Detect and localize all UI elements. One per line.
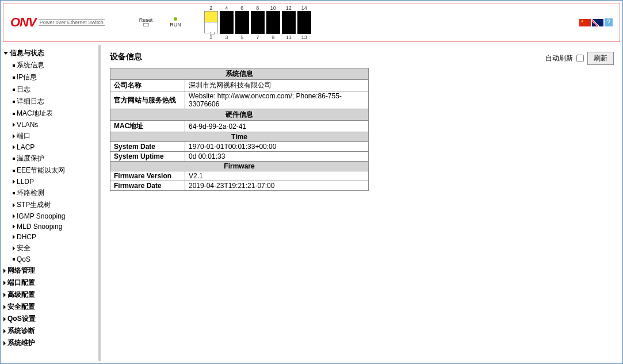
section-time: Time bbox=[110, 132, 369, 142]
sidebar-item-stp[interactable]: STP生成树 bbox=[0, 199, 98, 211]
port-13[interactable] bbox=[297, 22, 311, 34]
device-info-table: 系统信息 公司名称深圳市光网视科技有限公司 官方网站与服务热线Website: … bbox=[110, 68, 369, 191]
sidebar-item-security[interactable]: 安全 bbox=[0, 242, 98, 254]
auto-refresh-label: 自动刷新 bbox=[545, 53, 573, 63]
port-2[interactable] bbox=[204, 11, 218, 22]
sysdate-value: 1970-01-01T00:01:33+00:00 bbox=[185, 142, 369, 152]
sidebar-item-temp[interactable]: 温度保护 bbox=[0, 152, 98, 164]
sidebar-item-igmp[interactable]: IGMP Snooping bbox=[0, 211, 98, 221]
mac-label: MAC地址 bbox=[110, 121, 185, 132]
sidebar-group-portcfg[interactable]: 端口配置 bbox=[0, 277, 98, 289]
sidebar-group-seccfg[interactable]: 安全配置 bbox=[0, 301, 98, 313]
fwdate-value: 2019-04-23T19:21:21-07:00 bbox=[185, 181, 369, 191]
port-diagram: 2 1 4 3 6 5 8 7 10 9 bbox=[204, 5, 311, 40]
sidebar-item-detaillog[interactable]: 详细日志 bbox=[0, 95, 98, 108]
port-11[interactable] bbox=[282, 22, 296, 34]
uptime-value: 0d 00:01:33 bbox=[185, 152, 369, 162]
company-label: 公司名称 bbox=[110, 80, 185, 91]
sidebar-item-qos[interactable]: QoS bbox=[0, 254, 98, 265]
port-7[interactable] bbox=[251, 22, 265, 34]
sidebar-group-diag[interactable]: 系统诊断 bbox=[0, 325, 98, 337]
port-12[interactable] bbox=[282, 11, 296, 22]
mac-value: 64-9d-99-2a-02-41 bbox=[185, 121, 369, 132]
sidebar-item-mactable[interactable]: MAC地址表 bbox=[0, 108, 98, 120]
sidebar-group-advanced[interactable]: 高级配置 bbox=[0, 289, 98, 301]
sidebar-item-lldp[interactable]: LLDP bbox=[0, 177, 98, 187]
sidebar-group-qoscfg[interactable]: QoS设置 bbox=[0, 313, 98, 325]
sidebar-item-sysinfo[interactable]: 系统信息 bbox=[0, 59, 98, 71]
sidebar: 信息与状态 系统信息 IP信息 日志 详细日志 MAC地址表 VLANs 端口 … bbox=[0, 45, 101, 361]
company-value: 深圳市光网视科技有限公司 bbox=[185, 80, 369, 91]
sidebar-item-mld[interactable]: MLD Snooping bbox=[0, 221, 98, 232]
help-icon[interactable]: ? bbox=[605, 18, 613, 26]
port-3[interactable] bbox=[220, 22, 234, 34]
logo: ONV Power over Ethernet Switch bbox=[10, 15, 105, 30]
port-4[interactable] bbox=[220, 11, 234, 22]
sysdate-label: System Date bbox=[110, 142, 185, 152]
port-9[interactable] bbox=[266, 22, 280, 34]
auto-refresh-checkbox[interactable] bbox=[576, 55, 584, 62]
fwver-label: Firmware Version bbox=[110, 171, 185, 181]
sidebar-group-info[interactable]: 信息与状态 bbox=[0, 47, 98, 59]
port-10[interactable] bbox=[266, 11, 280, 22]
sidebar-item-loop[interactable]: 环路检测 bbox=[0, 187, 98, 199]
section-hardware: 硬件信息 bbox=[110, 109, 369, 121]
port-8[interactable] bbox=[251, 11, 265, 22]
port-1[interactable] bbox=[204, 22, 218, 33]
sidebar-group-network[interactable]: 网络管理 bbox=[0, 265, 98, 277]
section-firmware: Firmware bbox=[110, 162, 369, 171]
lang-chinese-icon[interactable] bbox=[579, 19, 591, 26]
page-title: 设备信息 bbox=[110, 52, 614, 62]
sidebar-group-maint[interactable]: 系统维护 bbox=[0, 337, 98, 349]
sidebar-item-eee[interactable]: EEE节能以太网 bbox=[0, 164, 98, 177]
fwver-value: V2.1 bbox=[185, 171, 369, 181]
sidebar-item-vlans[interactable]: VLANs bbox=[0, 120, 98, 130]
section-system-info: 系统信息 bbox=[110, 68, 369, 80]
lang-english-icon[interactable] bbox=[592, 19, 603, 26]
sidebar-item-lacp[interactable]: LACP bbox=[0, 142, 98, 152]
uptime-label: System Uptime bbox=[110, 152, 185, 162]
port-5[interactable] bbox=[235, 22, 249, 34]
logo-text: ONV bbox=[10, 15, 36, 30]
website-label: 官方网站与服务热线 bbox=[110, 91, 185, 109]
fwdate-label: Firmware Date bbox=[110, 181, 185, 191]
run-indicator: RUN bbox=[170, 17, 181, 28]
sidebar-item-ipinfo[interactable]: IP信息 bbox=[0, 71, 98, 83]
sidebar-item-dhcp[interactable]: DHCP bbox=[0, 232, 98, 242]
reset-indicator: Reset bbox=[139, 17, 153, 28]
logo-subtitle: Power over Ethernet Switch bbox=[39, 19, 105, 26]
device-header: ONV Power over Ethernet Switch Reset RUN… bbox=[3, 3, 620, 42]
refresh-button[interactable]: 刷新 bbox=[587, 52, 614, 65]
sidebar-item-port[interactable]: 端口 bbox=[0, 130, 98, 142]
sidebar-item-log[interactable]: 日志 bbox=[0, 83, 98, 95]
website-value: Website: http://www.onvcom.com/; Phone:8… bbox=[185, 91, 369, 109]
port-6[interactable] bbox=[235, 11, 249, 22]
port-14[interactable] bbox=[297, 11, 311, 22]
main-content: 设备信息 自动刷新 刷新 系统信息 公司名称深圳市光网视科技有限公司 官方网站与… bbox=[101, 45, 623, 361]
